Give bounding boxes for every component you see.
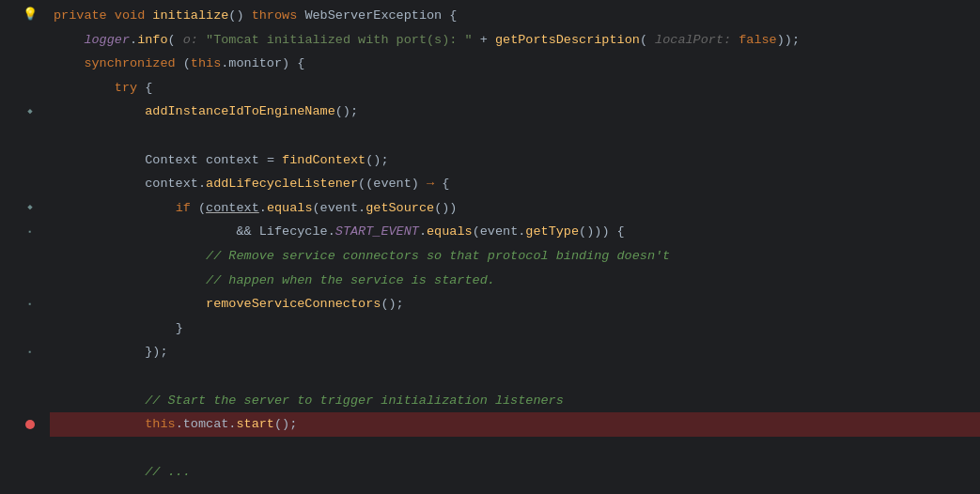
gutter-row: ▪ bbox=[0, 292, 42, 316]
square-icon: ▪ bbox=[23, 225, 37, 239]
gutter-row: ▪ bbox=[0, 340, 42, 364]
code-line: context.addLifecycleListener((event) → { bbox=[50, 172, 980, 196]
code-text: // Start the server to trigger initializ… bbox=[54, 391, 564, 411]
gutter-row bbox=[0, 28, 42, 53]
code-line: synchronized (this.monitor) { bbox=[50, 52, 980, 76]
code-line bbox=[50, 124, 980, 148]
code-text: context.addLifecycleListener((event) → { bbox=[54, 174, 449, 194]
square-icon: ▪ bbox=[23, 298, 37, 311]
gutter-row bbox=[0, 148, 42, 173]
breakpoint-icon[interactable] bbox=[23, 418, 37, 431]
code-text: logger.info( o: "Tomcat initialized with… bbox=[54, 30, 800, 51]
gutter-row bbox=[0, 364, 42, 389]
code-line: private void initialize() throws WebServ… bbox=[50, 4, 980, 28]
code-text: && Lifecycle.START_EVENT.equals(event.ge… bbox=[54, 222, 625, 242]
code-content: private void initialize() throws WebServ… bbox=[42, 0, 980, 494]
code-line-error: this.tomcat.start(); bbox=[50, 412, 980, 437]
diamond-icon: ◆ bbox=[23, 202, 37, 215]
code-text: addInstanceIdToEngineName(); bbox=[54, 101, 358, 122]
code-text: }); bbox=[54, 342, 168, 363]
code-line: if (context.equals(event.getSource()) bbox=[50, 196, 980, 221]
editor-gutter: 💡 ◆ ◆ ▪ bbox=[0, 0, 42, 494]
bulb-icon[interactable]: 💡 bbox=[23, 9, 37, 23]
code-text: // happen when the service is started. bbox=[54, 270, 495, 291]
gutter-row: ▪ bbox=[0, 220, 42, 244]
code-text: this.tomcat.start(); bbox=[54, 414, 297, 435]
code-line bbox=[50, 364, 980, 389]
code-text: // Remove service connectors so that pro… bbox=[54, 246, 670, 267]
code-text bbox=[54, 366, 61, 387]
code-line: } bbox=[50, 316, 980, 341]
gutter-row bbox=[0, 437, 42, 461]
code-line bbox=[50, 437, 980, 461]
code-line: // ... bbox=[50, 460, 980, 485]
code-text bbox=[54, 439, 61, 459]
code-editor: 💡 ◆ ◆ ▪ bbox=[0, 0, 980, 494]
code-line: try { bbox=[50, 76, 980, 100]
gutter-row: 💡 bbox=[0, 4, 42, 28]
gutter-row bbox=[0, 389, 42, 413]
code-line: // happen when the service is started. bbox=[50, 269, 980, 293]
gutter-row bbox=[0, 172, 42, 196]
code-line: addInstanceIdToEngineName(); bbox=[50, 100, 980, 124]
gutter-row bbox=[0, 316, 42, 341]
gutter-icons: 💡 ◆ ◆ ▪ bbox=[0, 4, 42, 485]
code-line: && Lifecycle.START_EVENT.equals(event.ge… bbox=[50, 220, 980, 244]
code-line: // Remove service connectors so that pro… bbox=[50, 244, 980, 269]
code-text: removeServiceConnectors(); bbox=[54, 294, 404, 315]
gutter-row bbox=[0, 52, 42, 76]
code-text: // ... bbox=[54, 462, 191, 483]
gutter-row: ◆ bbox=[0, 100, 42, 124]
gutter-row bbox=[0, 124, 42, 148]
code-text bbox=[54, 126, 61, 147]
diamond-icon: ◆ bbox=[23, 105, 37, 118]
code-text: try { bbox=[54, 78, 152, 99]
gutter-row bbox=[0, 76, 42, 100]
gutter-row bbox=[0, 269, 42, 293]
gutter-row bbox=[0, 412, 42, 437]
square-icon: ▪ bbox=[23, 346, 37, 359]
code-line: }); bbox=[50, 340, 980, 364]
code-text: Context context = findContext(); bbox=[54, 150, 389, 171]
code-line: // Start the server to trigger initializ… bbox=[50, 389, 980, 413]
code-line: Context context = findContext(); bbox=[50, 148, 980, 173]
gutter-row bbox=[0, 244, 42, 269]
gutter-row: ◆ bbox=[0, 196, 42, 221]
code-text: if (context.equals(event.getSource()) bbox=[54, 198, 457, 219]
code-line: logger.info( o: "Tomcat initialized with… bbox=[50, 28, 980, 53]
code-text: private void initialize() throws WebServ… bbox=[54, 6, 457, 26]
code-line: removeServiceConnectors(); bbox=[50, 292, 980, 316]
code-text: synchronized (this.monitor) { bbox=[54, 54, 304, 74]
code-text: } bbox=[54, 318, 183, 339]
gutter-row bbox=[0, 460, 42, 485]
